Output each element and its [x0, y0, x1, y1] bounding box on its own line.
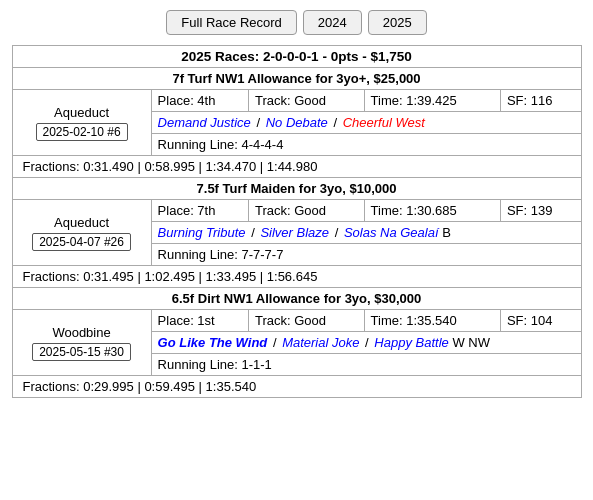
season-header: 2025 Races: 2-0-0-0-1 - 0pts - $1,750 [12, 46, 581, 68]
race-1-track: Track: Good [248, 90, 364, 112]
race-1-horses: Demand Justice / No Debate / Cheerful We… [151, 112, 581, 134]
race-1-fractions-row: Fractions: 0:31.490 | 0:58.995 | 1:34.47… [12, 156, 581, 178]
race-1-place: Place: 4th [151, 90, 248, 112]
race-2-fractions-row: Fractions: 0:31.495 | 1:02.495 | 1:33.49… [12, 266, 581, 288]
race-3-horse-3: Happy Battle [374, 335, 448, 350]
race-2-place: Place: 7th [151, 200, 248, 222]
race-3-horses: Go Like The Wind / Material Joke / Happy… [151, 332, 581, 354]
race-3-running-line: Running Line: 1-1-1 [151, 354, 581, 376]
race-2-venue-cell: Aqueduct 2025-04-07 #26 [12, 200, 151, 266]
race-2-badge: B [442, 225, 451, 240]
race-2-time: Time: 1:30.685 [364, 200, 500, 222]
race-3-header-row: 6.5f Dirt NW1 Allowance for 3yo, $30,000 [12, 288, 581, 310]
race-1-horse-2: No Debate [266, 115, 328, 130]
race-2-horse-2: Silver Blaze [260, 225, 329, 240]
race-1-header-row: 7f Turf NW1 Allowance for 3yo+, $25,000 [12, 68, 581, 90]
race-1-venue-cell: Aqueduct 2025-02-10 #6 [12, 90, 151, 156]
race-3-date-badge: 2025-05-15 #30 [32, 343, 131, 361]
race-1-header: 7f Turf NW1 Allowance for 3yo+, $25,000 [12, 68, 581, 90]
race-2-sf: SF: 139 [500, 200, 581, 222]
race-1-horse-3: Cheerful West [343, 115, 425, 130]
race-3-time: Time: 1:35.540 [364, 310, 500, 332]
race-2-place-row: Aqueduct 2025-04-07 #26 Place: 7th Track… [12, 200, 581, 222]
race-1-place-row: Aqueduct 2025-02-10 #6 Place: 4th Track:… [12, 90, 581, 112]
year-2024-button[interactable]: 2024 [303, 10, 362, 35]
race-3-fractions-row: Fractions: 0:29.995 | 0:59.495 | 1:35.54… [12, 376, 581, 398]
year-2025-button[interactable]: 2025 [368, 10, 427, 35]
race-2-horse-3: Solas Na Gealaí [344, 225, 439, 240]
race-3-track: Track: Good [248, 310, 364, 332]
race-2-running-line: Running Line: 7-7-7-7 [151, 244, 581, 266]
season-header-row: 2025 Races: 2-0-0-0-1 - 0pts - $1,750 [12, 46, 581, 68]
race-table: 2025 Races: 2-0-0-0-1 - 0pts - $1,750 7f… [12, 45, 582, 398]
full-race-record-button[interactable]: Full Race Record [166, 10, 296, 35]
race-3-place: Place: 1st [151, 310, 248, 332]
race-2-horse-1: Burning Tribute [158, 225, 246, 240]
race-2-horses: Burning Tribute / Silver Blaze / Solas N… [151, 222, 581, 244]
race-3-header: 6.5f Dirt NW1 Allowance for 3yo, $30,000 [12, 288, 581, 310]
race-3-horse-2: Material Joke [282, 335, 359, 350]
race-1-sf: SF: 116 [500, 90, 581, 112]
race-3-venue: Woodbine [19, 325, 145, 340]
race-3-horse-1: Go Like The Wind [158, 335, 268, 350]
toolbar: Full Race Record 2024 2025 [166, 10, 426, 35]
race-1-horse-1: Demand Justice [158, 115, 251, 130]
race-2-header: 7.5f Turf Maiden for 3yo, $10,000 [12, 178, 581, 200]
race-3-venue-cell: Woodbine 2025-05-15 #30 [12, 310, 151, 376]
race-3-fractions: Fractions: 0:29.995 | 0:59.495 | 1:35.54… [12, 376, 581, 398]
race-1-time: Time: 1:39.425 [364, 90, 500, 112]
race-3-badge: W NW [452, 335, 490, 350]
race-2-header-row: 7.5f Turf Maiden for 3yo, $10,000 [12, 178, 581, 200]
race-2-venue: Aqueduct [19, 215, 145, 230]
race-2-fractions: Fractions: 0:31.495 | 1:02.495 | 1:33.49… [12, 266, 581, 288]
race-1-running-line: Running Line: 4-4-4-4 [151, 134, 581, 156]
race-3-sf: SF: 104 [500, 310, 581, 332]
race-2-date-badge: 2025-04-07 #26 [32, 233, 131, 251]
race-3-place-row: Woodbine 2025-05-15 #30 Place: 1st Track… [12, 310, 581, 332]
race-1-date-badge: 2025-02-10 #6 [36, 123, 128, 141]
race-1-venue: Aqueduct [19, 105, 145, 120]
race-1-fractions: Fractions: 0:31.490 | 0:58.995 | 1:34.47… [12, 156, 581, 178]
race-2-track: Track: Good [248, 200, 364, 222]
